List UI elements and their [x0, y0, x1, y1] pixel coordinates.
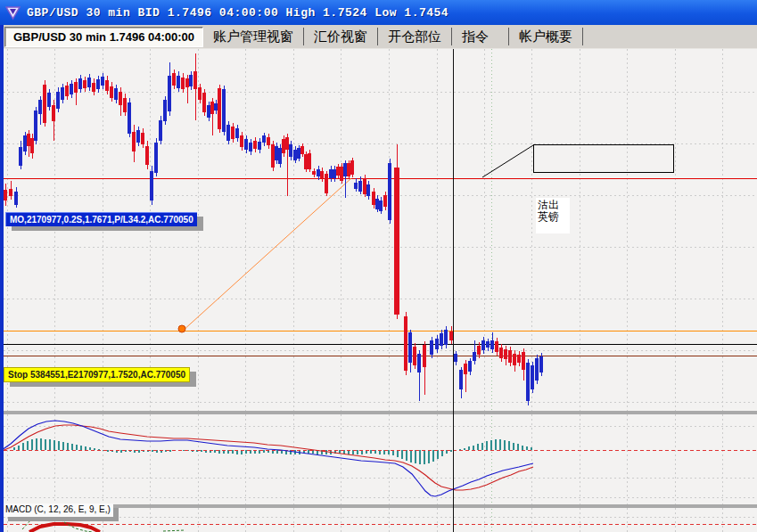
- candle-body: [486, 341, 490, 348]
- candle-body: [383, 195, 387, 207]
- candle-body: [145, 146, 149, 165]
- trendline: [182, 178, 351, 331]
- macd-histogram-bar: [71, 444, 73, 450]
- macd-histogram-bar: [370, 450, 372, 454]
- bottom-red-curve: [29, 524, 100, 532]
- candle-body: [430, 340, 433, 355]
- candle-body: [347, 163, 350, 176]
- candle-body: [210, 102, 214, 114]
- macd-histogram-bar: [441, 450, 443, 456]
- candle-body: [513, 354, 516, 365]
- candle-body: [92, 83, 95, 92]
- macd-histogram-bar: [98, 449, 100, 450]
- candle-body: [490, 340, 494, 349]
- macd-histogram-bar: [62, 442, 64, 450]
- candle-body: [87, 78, 91, 87]
- candle-body: [38, 100, 42, 114]
- candle-body: [136, 130, 140, 143]
- macd-histogram-bar: [428, 450, 430, 463]
- macd-histogram-bar: [245, 450, 247, 454]
- macd-histogram-bar: [473, 446, 474, 450]
- candle-body: [105, 80, 109, 91]
- candle-body: [226, 125, 230, 141]
- macd-histogram-bar: [437, 450, 439, 459]
- candle-body: [499, 348, 503, 358]
- candle-body: [244, 139, 248, 150]
- macd-histogram-bar: [152, 450, 153, 452]
- macd-histogram-bar: [401, 450, 403, 459]
- candle-body: [293, 150, 297, 160]
- chart-area: MO,2170977,0.2S,1.7671,P/L34.2,AC.770050…: [0, 49, 757, 532]
- macd-histogram-bar: [388, 450, 390, 454]
- macd-histogram-bar: [22, 443, 24, 450]
- macd-histogram-bar: [504, 440, 506, 450]
- tab-account-management[interactable]: 账户管理视窗: [203, 28, 304, 45]
- candle-body: [375, 199, 379, 209]
- macd-histogram-bar: [486, 441, 488, 450]
- candle-body: [114, 88, 118, 100]
- macd-histogram-bar: [517, 444, 519, 450]
- macd-histogram-bar: [169, 450, 171, 452]
- tab-account-summary[interactable]: 帐户概要: [509, 28, 583, 45]
- chart-canvas[interactable]: [0, 49, 757, 532]
- macd-histogram-bar: [107, 450, 109, 452]
- tab-quotes[interactable]: 汇价视窗: [304, 28, 378, 45]
- candle-body: [52, 105, 55, 121]
- macd-histogram-bar: [508, 441, 510, 450]
- candle-body: [329, 169, 333, 178]
- candle-body: [262, 135, 266, 143]
- candle-body: [222, 89, 226, 132]
- macd-histogram-bar: [490, 440, 492, 450]
- macd-histogram-bar: [468, 446, 470, 450]
- macd-histogram-bar: [36, 438, 37, 450]
- candle-body: [394, 168, 399, 315]
- candle-body: [235, 128, 239, 138]
- macd-histogram-bar: [94, 448, 95, 450]
- macd-histogram-bar: [89, 447, 91, 450]
- macd-histogram-bar: [406, 450, 407, 461]
- title-bar[interactable]: GBP/USD 30 min BID 1.7496 04:00:00 High …: [0, 0, 757, 25]
- candle-body: [185, 78, 189, 87]
- macd-histogram-bar: [459, 449, 461, 450]
- trading-platform-window: GBP/USD 30 min BID 1.7496 04:00:00 High …: [0, 0, 757, 532]
- stop-order-label[interactable]: Stop 5384551,E2170977,1.7520,AC.770050: [4, 367, 190, 382]
- candle-body: [27, 134, 30, 146]
- candle-body: [74, 82, 78, 93]
- macd-indicator-label[interactable]: MACD (C, 12, 26, E, 9, E,): [3, 503, 113, 517]
- candle-body: [464, 364, 467, 374]
- candle-body: [522, 352, 525, 370]
- annotation-callout[interactable]: 沽出 英镑: [536, 198, 570, 233]
- open-position-label[interactable]: MO,2170977,0.2S,1.7671,P/L34.2,AC.770050: [5, 212, 197, 226]
- candle-body: [481, 340, 485, 350]
- candle-body: [408, 332, 412, 363]
- tab-bar: GBP/USD 30 min 1.7496 04:00:00 账户管理视窗 汇价…: [0, 25, 757, 49]
- candle-body: [517, 355, 521, 363]
- macd-histogram-bar: [18, 446, 20, 450]
- candle-body: [308, 153, 311, 169]
- macd-histogram-bar: [464, 448, 465, 450]
- macd-histogram-bar: [201, 450, 202, 452]
- macd-histogram-bar: [183, 450, 185, 451]
- macd-histogram-bar: [40, 438, 42, 450]
- candle-body: [198, 87, 202, 100]
- macd-histogram-bar: [513, 443, 514, 450]
- macd-histogram-bar: [53, 440, 55, 450]
- candle-body: [202, 93, 206, 112]
- tab-chart-active[interactable]: GBP/USD 30 min 1.7496 04:00:00: [4, 27, 203, 47]
- candle-body: [23, 135, 27, 151]
- annotation-line2: 英镑: [538, 211, 570, 223]
- candle-body: [444, 330, 448, 345]
- candle-body: [413, 347, 416, 365]
- macd-histogram-bar: [325, 450, 327, 454]
- candle-body: [366, 184, 370, 196]
- candle-body: [350, 160, 354, 175]
- candle-body: [231, 127, 235, 139]
- macd-histogram-bar: [49, 439, 51, 450]
- candle-body: [477, 346, 481, 355]
- tab-open-positions[interactable]: 开仓部位: [378, 28, 452, 45]
- macd-histogram-bar: [67, 443, 69, 450]
- tab-orders[interactable]: 指令: [452, 28, 509, 45]
- candle-body: [150, 171, 153, 201]
- window-title: GBP/USD 30 min BID 1.7496 04:00:00 High …: [27, 6, 448, 20]
- candle-body: [320, 171, 324, 178]
